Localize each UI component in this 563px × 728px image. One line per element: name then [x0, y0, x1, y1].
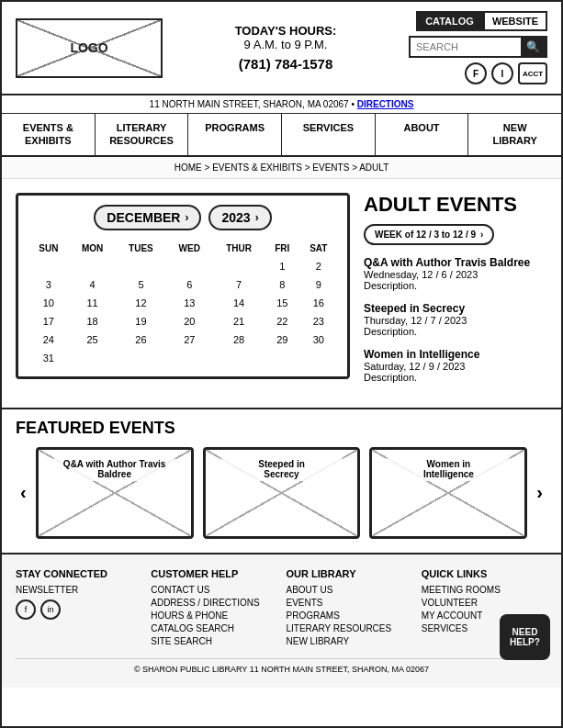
year-selector[interactable]: 2023 ›	[208, 205, 271, 230]
event-name[interactable]: Q&A with Author Travis Baldree	[364, 256, 547, 269]
featured-title: FEATURED EVENTS	[16, 419, 547, 438]
search-button[interactable]: 🔍	[521, 38, 546, 56]
calendar-day[interactable]: 25	[70, 330, 116, 349]
quick-link[interactable]: MEETING ROOMS	[422, 585, 547, 595]
help-bubble[interactable]: NEED HELP?	[500, 614, 550, 660]
nav-item-about[interactable]: ABOUT	[376, 114, 469, 155]
month-selector[interactable]: DECEMBER ›	[94, 205, 201, 230]
event-name[interactable]: Women in Intelligence	[364, 348, 547, 361]
newsletter-label: NEWSLETTER	[16, 585, 141, 595]
featured-section: FEATURED EVENTS ‹ Q&A with Author Travis…	[2, 408, 561, 553]
customer-help-link[interactable]: ADDRESS / DIRECTIONS	[151, 598, 276, 608]
col-wed: WED	[166, 240, 212, 257]
calendar-day[interactable]: 9	[299, 275, 338, 294]
nav-item-programs[interactable]: PROGRAMS	[188, 114, 282, 155]
facebook-icon[interactable]: F	[465, 62, 487, 84]
calendar-day	[265, 349, 299, 367]
calendar-day[interactable]: 27	[166, 330, 212, 349]
calendar-day[interactable]: 30	[299, 330, 338, 349]
year-label: 2023	[221, 210, 250, 225]
our-library-links: ABOUT USEVENTSPROGRAMSLITERARY RESOURCES…	[287, 585, 412, 646]
carousel-next-arrow[interactable]: ›	[532, 477, 547, 508]
calendar-day	[212, 349, 265, 367]
col-sun: SUN	[28, 240, 70, 257]
footer-facebook-icon[interactable]: f	[16, 599, 36, 620]
header: LOGO TODAY'S HOURS: 9 A.M. to 9 P.M. (78…	[2, 2, 561, 95]
customer-help-link[interactable]: HOURS & PHONE	[151, 610, 276, 621]
calendar-day	[70, 257, 116, 275]
calendar-day[interactable]: 22	[265, 312, 299, 330]
calendar-day[interactable]: 19	[116, 312, 167, 330]
calendar-day[interactable]: 29	[265, 330, 299, 349]
quick-link[interactable]: VOLUNTEER	[422, 598, 547, 608]
address-text: 11 NORTH MAIN STREET, SHARON, MA 02067	[150, 99, 349, 109]
header-center: TODAY'S HOURS: 9 A.M. to 9 P.M. (781) 78…	[172, 24, 400, 72]
calendar-day[interactable]: 21	[212, 312, 265, 330]
featured-item-label: Women in Intelligence	[388, 457, 510, 481]
customer-help-links: CONTACT USADDRESS / DIRECTIONSHOURS & PH…	[151, 585, 276, 646]
week-selector[interactable]: WEEK of 12 / 3 to 12 / 9 ›	[364, 224, 494, 245]
calendar-day[interactable]: 23	[299, 312, 338, 330]
footer-instagram-icon[interactable]: in	[40, 599, 61, 620]
calendar-day[interactable]: 24	[28, 330, 70, 349]
calendar-day[interactable]: 11	[70, 294, 116, 312]
calendar-day[interactable]: 6	[166, 275, 212, 294]
calendar-day[interactable]: 10	[28, 294, 70, 312]
calendar-day[interactable]: 16	[299, 294, 338, 312]
calendar-day[interactable]: 3	[28, 275, 70, 294]
calendar-day[interactable]: 5	[116, 275, 167, 294]
carousel-prev-arrow[interactable]: ‹	[16, 477, 31, 508]
calendar-day[interactable]: 18	[70, 312, 116, 330]
website-button[interactable]: WEBSITE	[483, 11, 547, 31]
nav-item-new-library[interactable]: NEW LIBRARY	[468, 114, 561, 155]
directions-link[interactable]: DIRECTIONS	[357, 99, 414, 109]
calendar-day[interactable]: 14	[212, 294, 265, 312]
calendar-day[interactable]: 12	[116, 294, 167, 312]
calendar-day[interactable]: 1	[265, 257, 299, 275]
calendar-day[interactable]: 31	[28, 349, 70, 367]
our-library-link[interactable]: PROGRAMS	[287, 610, 412, 621]
col-fri: FRI	[265, 240, 299, 257]
calendar-header: DECEMBER › 2023 ›	[28, 205, 338, 230]
help-bubble-text: NEED HELP?	[510, 627, 540, 647]
search-input[interactable]	[411, 39, 521, 55]
calendar-day[interactable]: 13	[166, 294, 212, 312]
featured-item-label: Q&A with Author Travis Baldree	[53, 457, 175, 481]
month-arrow-icon: ›	[185, 211, 188, 224]
instagram-icon[interactable]: I	[491, 62, 513, 84]
customer-help-link[interactable]: CATALOG SEARCH	[151, 623, 276, 633]
calendar-day[interactable]: 28	[212, 330, 265, 349]
our-library-link[interactable]: EVENTS	[287, 598, 412, 608]
our-library-link[interactable]: NEW LIBRARY	[287, 636, 412, 646]
logo-box: LOGO	[16, 18, 163, 78]
footer: STAY CONNECTED NEWSLETTER f in CUSTOMER …	[2, 553, 561, 688]
catalog-button[interactable]: CATALOG	[416, 11, 483, 31]
featured-item[interactable]: Steeped in Secrecy	[203, 447, 361, 539]
nav-item-services[interactable]: SERVICES	[282, 114, 376, 155]
calendar-day[interactable]: 7	[212, 275, 265, 294]
featured-item[interactable]: Women in Intelligence	[369, 447, 527, 539]
event-name[interactable]: Steeped in Secrecy	[364, 302, 547, 315]
year-arrow-icon: ›	[255, 211, 259, 224]
our-library-link[interactable]: ABOUT US	[287, 585, 412, 595]
calendar-day[interactable]: 20	[166, 312, 212, 330]
calendar-day[interactable]: 26	[116, 330, 167, 349]
customer-help-link[interactable]: CONTACT US	[151, 585, 276, 595]
phone-number: (781) 784-1578	[172, 56, 400, 72]
calendar-day[interactable]: 4	[70, 275, 116, 294]
event-date: Saturday, 12 / 9 / 2023	[364, 361, 547, 372]
calendar-day	[212, 257, 265, 275]
our-library-link[interactable]: LITERARY RESOURCES	[287, 623, 412, 633]
nav-item-events[interactable]: EVENTS & EXHIBITS	[2, 114, 96, 155]
calendar-day[interactable]: 15	[265, 294, 299, 312]
customer-help-link[interactable]: SITE SEARCH	[151, 636, 276, 646]
featured-item[interactable]: Q&A with Author Travis Baldree	[36, 447, 194, 539]
calendar-day[interactable]: 17	[28, 312, 70, 330]
week-range: WEEK of 12 / 3 to 12 / 9	[375, 230, 476, 240]
featured-items: Q&A with Author Travis BaldreeSteeped in…	[36, 447, 528, 539]
account-icon[interactable]: ACCT	[518, 62, 547, 84]
nav-item-literary[interactable]: LITERARY RESOURCES	[96, 114, 189, 155]
calendar-day[interactable]: 2	[299, 257, 338, 275]
search-bar: 🔍	[409, 36, 547, 58]
calendar-day[interactable]: 8	[265, 275, 299, 294]
